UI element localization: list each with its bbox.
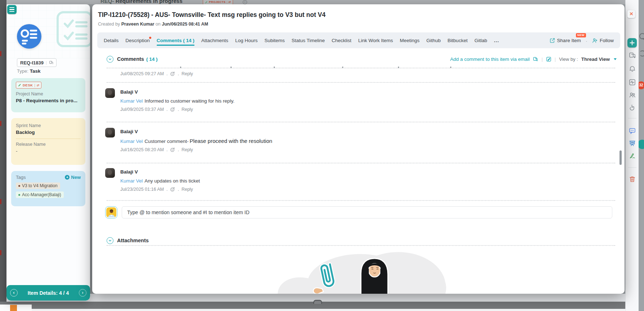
info-icon: i bbox=[243, 0, 247, 4]
tab-bitbucket[interactable]: Bitbucket bbox=[448, 38, 468, 43]
add-reaction-icon[interactable] bbox=[170, 71, 175, 76]
sprint-name-label: Sprint Name bbox=[16, 123, 81, 128]
sprint-name-value[interactable]: Backlog bbox=[16, 130, 81, 135]
tab-github[interactable]: Github bbox=[426, 38, 441, 43]
add-tag-button[interactable]: + New bbox=[65, 175, 81, 180]
tab-attachments[interactable]: Attachments bbox=[201, 38, 228, 43]
background-page-title: REQ- Requirements in progress bbox=[100, 0, 183, 4]
project-card: DESK |⇄ Project Name P8 - Requirements i… bbox=[11, 78, 85, 112]
refresh-icon bbox=[639, 50, 644, 57]
tab-checklist[interactable]: Checklist bbox=[332, 38, 352, 43]
comment-item: Balaji V Kumar VelCustomer comment-Pleas… bbox=[105, 128, 603, 152]
tab-subitems[interactable]: Subitems bbox=[264, 38, 285, 43]
collapse-attachments-icon[interactable] bbox=[107, 237, 113, 244]
screen: REQ- Requirements in progress PROJECTS |… bbox=[0, 0, 644, 311]
tab-gitlab[interactable]: Gitlab bbox=[474, 38, 487, 43]
follow-button[interactable]: Follow bbox=[592, 38, 614, 43]
rail-divider bbox=[628, 167, 636, 168]
tag-pill[interactable]: Acc-Manager(Balaji) bbox=[16, 191, 64, 198]
chat-icon[interactable] bbox=[629, 127, 636, 135]
current-user-avatar bbox=[105, 206, 117, 218]
attachments-divider bbox=[107, 245, 615, 246]
mention-link[interactable]: Kumar Vel bbox=[120, 98, 143, 104]
view-by-value[interactable]: Thread View bbox=[581, 57, 610, 62]
checklist-illustration bbox=[55, 9, 90, 49]
projects-badge: PROJECTS |⇄ bbox=[203, 0, 233, 4]
pencil-icon bbox=[18, 84, 21, 87]
commenter-avatar[interactable] bbox=[105, 88, 115, 98]
type-row: Type:Task bbox=[17, 68, 41, 74]
share-item-button[interactable]: Share Item NEW bbox=[550, 38, 581, 43]
mention-link[interactable]: Kumar Vel bbox=[120, 178, 143, 184]
tab-link-work-items[interactable]: Link Work Items bbox=[358, 38, 393, 43]
reply-link[interactable]: Reply bbox=[182, 187, 193, 192]
comment-text: Kumar VelCustomer comment-Please proceed… bbox=[120, 138, 603, 144]
tags-card: Tags + New V3 to V4 Migration Acc-Manage… bbox=[11, 171, 85, 206]
task-type-avatar bbox=[17, 24, 41, 49]
activity-icon[interactable] bbox=[629, 78, 636, 86]
notification-badge: 32 bbox=[639, 81, 644, 89]
comment-author[interactable]: Balaji V bbox=[120, 88, 603, 95]
new-comment-row bbox=[105, 206, 612, 219]
signature-icon[interactable] bbox=[629, 152, 636, 160]
comment-text: Kumar VelAny updates on this ticket bbox=[120, 178, 603, 184]
tags-label: Tags bbox=[16, 175, 26, 180]
users-icon[interactable] bbox=[629, 91, 636, 99]
collapse-comments-icon[interactable] bbox=[107, 56, 113, 63]
trash-icon[interactable] bbox=[629, 175, 636, 183]
edit-comment-icon[interactable] bbox=[546, 57, 551, 62]
copy-icon[interactable] bbox=[49, 60, 53, 65]
release-name-value: - bbox=[16, 148, 81, 154]
add-reaction-icon[interactable] bbox=[170, 107, 175, 112]
reply-link[interactable]: Reply bbox=[182, 71, 193, 76]
comments-section-header: Comments ( 14 ) Add a comment to this it… bbox=[107, 55, 617, 63]
modal-scrollbar[interactable] bbox=[620, 150, 622, 165]
item-id-pill[interactable]: REQ-I1839 | bbox=[17, 58, 57, 67]
tab-description[interactable]: Description bbox=[125, 38, 150, 43]
project-name-value[interactable]: P8 - Requirements in pro... bbox=[16, 98, 81, 103]
attachments-empty-illustration bbox=[272, 248, 474, 294]
chevron-down-icon[interactable] bbox=[614, 58, 617, 60]
tab-more[interactable]: ... bbox=[494, 38, 499, 43]
add-comment-email-link[interactable]: Add a comment to this item via email bbox=[450, 57, 530, 62]
background-left-strip bbox=[0, 0, 6, 311]
add-reaction-icon[interactable] bbox=[170, 187, 175, 192]
item-details-panel: REQ-I1839 | Type:Task DESK |⇄ Project Na… bbox=[6, 4, 90, 301]
reply-link[interactable]: Reply bbox=[182, 107, 193, 112]
add-icon[interactable] bbox=[627, 38, 637, 48]
presentation-icon[interactable] bbox=[629, 140, 636, 147]
background-band-bottom bbox=[0, 309, 625, 311]
tab-comments[interactable]: Comments ( 14 ) bbox=[157, 38, 194, 43]
follow-person-icon bbox=[592, 38, 598, 43]
tab-meetings[interactable]: Meetings bbox=[400, 38, 420, 43]
comment-author[interactable]: Balaji V bbox=[120, 168, 603, 175]
tab-status-timeline[interactable]: Status Timeline bbox=[291, 38, 325, 43]
background-corner-accent bbox=[10, 305, 17, 311]
card-divider bbox=[16, 139, 81, 139]
creator-name: Praveen Kumar bbox=[121, 22, 155, 27]
commenter-avatar[interactable] bbox=[105, 168, 115, 178]
duplicate-icon[interactable] bbox=[629, 52, 636, 59]
close-icon[interactable]: ✕ bbox=[627, 10, 635, 18]
reply-link[interactable]: Reply bbox=[182, 147, 193, 152]
menu-icon[interactable] bbox=[7, 5, 17, 14]
item-details-counter: Item Details: 4 / 4 bbox=[28, 290, 69, 296]
tag-pill[interactable]: V3 to V4 Migration bbox=[16, 182, 60, 189]
desk-badge[interactable]: DESK |⇄ bbox=[16, 82, 41, 89]
comment-text: Kumar VelInformed to customer waiting fo… bbox=[120, 98, 603, 104]
background-page-topbar: REQ- Requirements in progress PROJECTS |… bbox=[6, 0, 644, 4]
bell-icon[interactable] bbox=[629, 65, 636, 72]
tab-details[interactable]: Details bbox=[104, 38, 118, 43]
pointer-icon[interactable] bbox=[629, 104, 636, 111]
prev-item-button[interactable]: ‹ bbox=[10, 289, 18, 297]
next-item-button[interactable]: › bbox=[79, 289, 86, 297]
tab-log-hours[interactable]: Log Hours bbox=[235, 38, 258, 43]
comment-input[interactable] bbox=[122, 206, 612, 218]
mention-link[interactable]: Kumar Vel bbox=[120, 139, 143, 144]
unread-dot bbox=[149, 37, 151, 39]
commenter-avatar[interactable] bbox=[105, 128, 115, 138]
background-red-mark bbox=[0, 199, 1, 204]
add-reaction-icon[interactable] bbox=[170, 147, 175, 152]
copy-email-icon[interactable] bbox=[533, 57, 538, 62]
comment-author[interactable]: Balaji V bbox=[120, 128, 603, 134]
